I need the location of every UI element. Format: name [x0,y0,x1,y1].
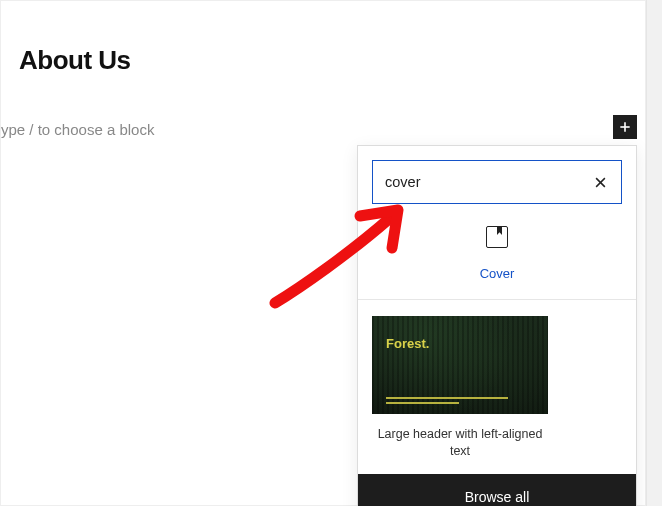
pattern-section: Forest. Large header with left-aligned t… [358,300,636,474]
vertical-scrollbar[interactable] [646,0,662,506]
search-box [372,160,622,204]
close-icon [593,175,608,190]
pattern-caption: Large header with left-aligned text [372,426,548,460]
block-search-input[interactable] [385,174,581,190]
block-inserter-popover: Cover Forest. Large header with left-ali… [357,145,637,506]
pattern-thumbnail-title: Forest. [386,336,429,351]
editor-canvas: About Us ype / to choose a block Cover [0,0,646,506]
clear-search-button[interactable] [587,169,613,195]
cover-block-icon [486,226,508,248]
pattern-thumbnail[interactable]: Forest. [372,316,548,414]
page-title[interactable]: About Us [19,45,131,76]
add-block-button[interactable] [613,115,637,139]
browse-all-button[interactable]: Browse all [358,474,636,506]
pattern-thumbnail-text-lines [386,394,508,404]
page-root: About Us ype / to choose a block Cover [0,0,662,506]
block-placeholder-text[interactable]: ype / to choose a block [1,121,154,138]
plus-icon [617,119,633,135]
block-result-cover[interactable]: Cover [358,214,636,300]
search-row [358,146,636,214]
block-result-label: Cover [452,266,542,281]
